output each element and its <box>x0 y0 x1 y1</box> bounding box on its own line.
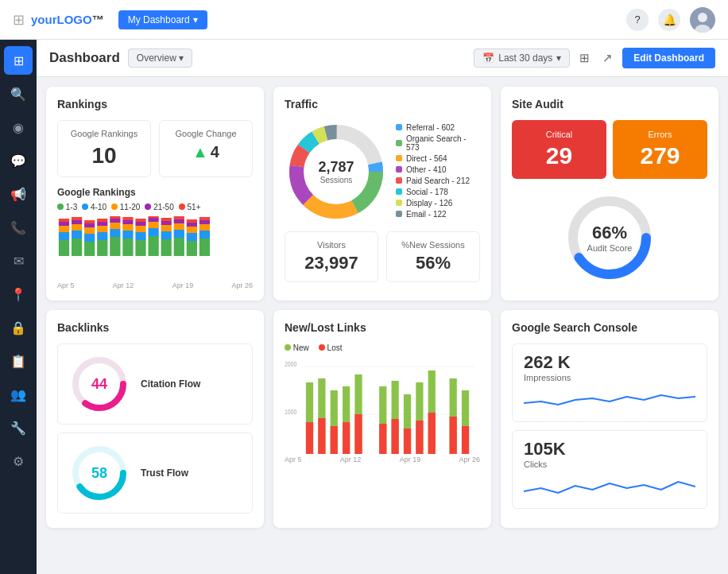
svg-rect-28 <box>122 239 133 256</box>
citation-flow-card: 44 Citation Flow <box>57 343 253 425</box>
dashboard-grid: Rankings Google Rankings 10 Google Chang… <box>37 77 728 537</box>
google-rankings-box: Google Rankings 10 <box>57 120 151 177</box>
svg-rect-27 <box>110 216 120 219</box>
sidebar-item-search[interactable]: 🔍 <box>4 80 33 108</box>
svg-rect-16 <box>84 223 95 227</box>
svg-rect-13 <box>84 242 95 256</box>
svg-rect-55 <box>187 227 197 233</box>
svg-rect-45 <box>161 225 172 231</box>
dashboard-header: Dashboard Overview ▾ 📅 Last 30 days ▾ ⊞ … <box>37 40 728 77</box>
clicks-sparkline <box>524 474 695 498</box>
svg-rect-21 <box>97 222 107 226</box>
chart-legend: 1-3 4-10 11-20 21-50 51+ <box>57 203 253 211</box>
traffic-sessions-value: 2,787 <box>318 159 354 176</box>
sidebar-item-location[interactable]: 📍 <box>4 280 33 308</box>
sidebar-item-calls[interactable]: 📞 <box>4 213 33 242</box>
sidebar-item-analytics[interactable]: ◉ <box>4 113 33 142</box>
svg-rect-17 <box>84 220 95 223</box>
traffic-card: Traffic <box>273 87 491 301</box>
svg-rect-59 <box>199 231 210 239</box>
svg-rect-56 <box>187 223 197 227</box>
svg-rect-5 <box>59 226 69 232</box>
svg-rect-14 <box>84 234 95 242</box>
svg-rect-105 <box>462 426 469 454</box>
site-audit-card: Site Audit Critical 29 Errors 279 <box>501 87 718 301</box>
svg-rect-12 <box>72 217 82 220</box>
help-icon[interactable]: ? <box>626 9 649 31</box>
visitors-stat: Visitors 23,997 <box>285 231 378 282</box>
svg-rect-39 <box>148 228 158 236</box>
sidebar-item-marketing[interactable]: 📢 <box>4 180 33 208</box>
rankings-bar-chart <box>57 216 253 280</box>
svg-rect-15 <box>84 227 95 234</box>
svg-rect-24 <box>110 229 120 237</box>
sidebar-item-dashboard[interactable]: ⊞ <box>4 46 33 75</box>
new-lost-links-card: New/Lost Links New Lost 2000 1000 <box>273 310 491 528</box>
svg-rect-83 <box>306 422 313 454</box>
svg-text:1000: 1000 <box>285 408 297 416</box>
svg-rect-20 <box>97 226 107 232</box>
svg-rect-9 <box>72 231 82 239</box>
svg-rect-51 <box>174 219 184 223</box>
sidebar-item-reports[interactable]: 📋 <box>4 347 33 375</box>
svg-rect-91 <box>354 414 362 454</box>
sidebar-item-messages[interactable]: 💬 <box>4 146 33 175</box>
user-avatar[interactable] <box>690 7 715 33</box>
google-change-box: Google Change ▲ 4 <box>159 120 253 177</box>
x-axis-labels: Apr 5 Apr 12 Apr 19 Apr 26 <box>57 281 253 289</box>
traffic-sessions-label: Sessions <box>318 176 354 184</box>
traffic-donut-chart: 2,787 Sessions <box>285 120 388 223</box>
svg-rect-103 <box>450 417 457 454</box>
share-button[interactable]: ↗ <box>599 48 616 68</box>
svg-rect-57 <box>187 219 197 223</box>
top-nav-right: ? 🔔 <box>626 7 715 33</box>
svg-rect-32 <box>122 217 133 220</box>
overview-dropdown[interactable]: Overview ▾ <box>128 48 192 68</box>
svg-rect-35 <box>135 226 145 232</box>
svg-rect-53 <box>187 241 197 256</box>
svg-rect-10 <box>72 224 82 231</box>
sidebar-item-settings[interactable]: ⚙ <box>4 447 33 475</box>
sidebar-item-users[interactable]: 👥 <box>4 380 33 409</box>
svg-rect-41 <box>148 218 158 222</box>
notification-icon[interactable]: 🔔 <box>658 9 680 31</box>
impressions-stat: 262 K Impressions <box>512 343 707 422</box>
links-legend: New Lost <box>285 343 480 352</box>
my-dashboard-button[interactable]: My Dashboard ▾ <box>118 10 207 29</box>
svg-rect-89 <box>343 422 350 454</box>
svg-rect-44 <box>161 231 172 239</box>
svg-rect-101 <box>428 413 436 454</box>
svg-rect-52 <box>174 216 184 219</box>
sidebar-item-email[interactable]: ✉ <box>4 246 33 275</box>
svg-rect-43 <box>161 239 172 256</box>
svg-rect-99 <box>416 421 423 454</box>
date-range-button[interactable]: 📅 Last 30 days ▾ <box>474 48 570 68</box>
svg-rect-19 <box>97 232 107 240</box>
sidebar-item-security[interactable]: 🔒 <box>4 313 33 342</box>
traffic-legend: Referral - 602 Organic Search - 573 Dire… <box>396 123 480 221</box>
svg-rect-46 <box>161 221 172 225</box>
svg-point-1 <box>698 13 707 22</box>
home-icon[interactable]: ⊞ <box>13 11 25 29</box>
svg-rect-97 <box>404 429 411 454</box>
svg-rect-38 <box>148 236 158 256</box>
svg-text:2000: 2000 <box>285 360 297 368</box>
edit-dashboard-button[interactable]: Edit Dashboard <box>622 48 715 68</box>
svg-rect-22 <box>97 219 107 222</box>
up-arrow-icon: ▲ <box>192 143 208 161</box>
sidebar-item-tools[interactable]: 🔧 <box>4 413 33 442</box>
sidebar: ⊞ 🔍 ◉ 💬 📢 📞 ✉ 📍 🔒 📋 👥 🔧 ⚙ <box>0 40 37 574</box>
backlinks-card: Backlinks 44 Citation Flow <box>46 310 264 528</box>
svg-rect-23 <box>110 237 120 256</box>
svg-rect-7 <box>59 219 69 222</box>
svg-rect-60 <box>199 224 210 231</box>
chart-view-button[interactable]: ⊞ <box>576 48 593 68</box>
svg-rect-48 <box>174 238 184 256</box>
audit-score-container: 66% Audit Score <box>512 190 707 285</box>
svg-rect-8 <box>72 239 82 256</box>
svg-rect-33 <box>135 240 145 256</box>
svg-rect-3 <box>59 240 69 256</box>
svg-rect-42 <box>148 216 158 218</box>
svg-rect-31 <box>122 220 133 224</box>
page-title: Dashboard <box>49 50 120 66</box>
